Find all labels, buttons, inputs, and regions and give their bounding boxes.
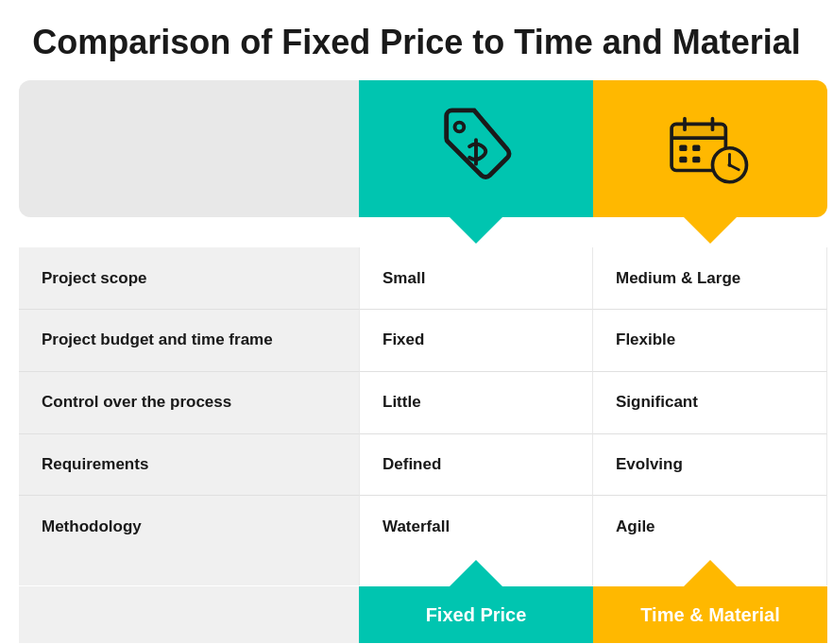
row-label-methodology: Methodology (19, 496, 359, 557)
page-title: Comparison of Fixed Price to Time and Ma… (19, 23, 814, 61)
svg-rect-8 (692, 157, 700, 163)
footer-left (19, 586, 359, 643)
header-tm (593, 80, 827, 217)
footer-tm-label: Time & Material (640, 604, 779, 626)
row-tm-budget: Flexible (593, 310, 827, 372)
comparison-table: Project scope Small Medium & Large Proje… (19, 80, 814, 644)
bottom-spacer-left (19, 557, 359, 585)
row-fp-scope: Small (359, 247, 593, 310)
row-fp-budget: Fixed (359, 310, 593, 372)
row-label-control: Control over the process (19, 372, 359, 434)
footer-tm: Time & Material (593, 586, 827, 643)
svg-rect-6 (692, 144, 700, 151)
row-fp-methodology: Waterfall (359, 496, 593, 557)
row-tm-methodology: Agile (593, 496, 827, 557)
arrow-spacer-left (19, 218, 359, 246)
row-tm-control: Significant (593, 372, 827, 434)
header-left (19, 80, 359, 217)
svg-point-14 (727, 163, 731, 167)
row-label-scope: Project scope (19, 247, 359, 310)
footer-fp-label: Fixed Price (426, 604, 527, 626)
svg-rect-5 (679, 144, 687, 151)
row-label-budget: Project budget and time frame (19, 310, 359, 372)
price-tag-icon (438, 107, 514, 192)
svg-rect-7 (679, 157, 687, 163)
row-fp-control: Little (359, 372, 593, 434)
svg-point-0 (455, 123, 465, 132)
row-label-requirements: Requirements (19, 434, 359, 497)
footer-fp: Fixed Price (359, 586, 593, 643)
calendar-clock-icon (668, 111, 753, 187)
row-tm-requirements: Evolving (593, 434, 827, 497)
svg-rect-3 (672, 124, 725, 138)
row-tm-scope: Medium & Large (593, 247, 827, 310)
header-fp (359, 80, 593, 217)
page-wrapper: Comparison of Fixed Price to Time and Ma… (0, 0, 833, 644)
row-fp-requirements: Defined (359, 434, 593, 497)
